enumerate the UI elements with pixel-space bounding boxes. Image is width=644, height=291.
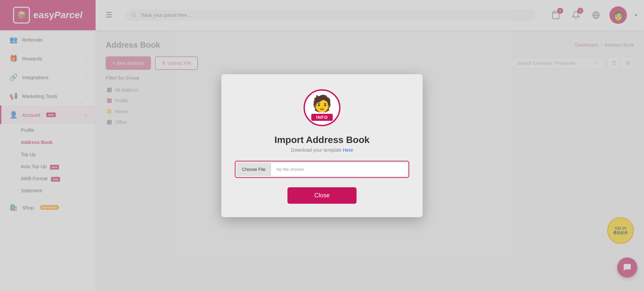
import-modal: 🧑 INFO Import Address Book Download your… [221, 74, 423, 217]
file-input-inner: Choose File No file chosen [237, 163, 407, 176]
info-badge: INFO [311, 114, 332, 121]
modal-subtitle-text: Download your template [291, 147, 343, 153]
modal-subtitle: Download your template Here [291, 147, 353, 153]
file-input-wrapper: Choose File No file chosen [235, 161, 409, 178]
modal-title: Import Address Book [274, 135, 370, 145]
mascot-face-icon: 🧑 [312, 94, 332, 113]
modal-template-link[interactable]: Here [343, 147, 353, 153]
choose-file-button[interactable]: Choose File [237, 163, 271, 176]
file-name-display: No file chosen [271, 163, 407, 176]
mascot-circle: 🧑 INFO [304, 89, 340, 126]
modal-close-button[interactable]: Close [287, 187, 357, 204]
modal-mascot: 🧑 INFO [302, 88, 342, 128]
modal-overlay: 🧑 INFO Import Address Book Download your… [0, 0, 644, 291]
